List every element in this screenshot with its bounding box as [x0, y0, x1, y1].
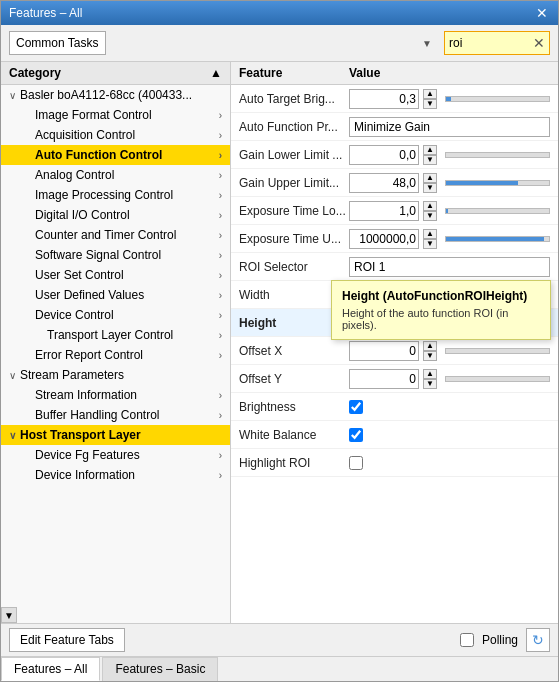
slider-offset-y[interactable] — [445, 376, 550, 382]
category-label: Host Transport Layer — [20, 428, 141, 442]
category-item-counter-timer[interactable]: Counter and Timer Control› — [1, 225, 230, 245]
edit-feature-tabs-button[interactable]: Edit Feature Tabs — [9, 628, 125, 652]
slider-auto-target-brig[interactable] — [445, 96, 550, 102]
category-item-analog[interactable]: Analog Control› — [1, 165, 230, 185]
spinner-down-offset-y[interactable]: ▼ — [423, 379, 437, 389]
feature-name-offset-x: Offset X — [239, 344, 349, 358]
category-label: Basler boA4112-68cc (400433... — [20, 88, 192, 102]
chevron-right-icon: › — [219, 290, 222, 301]
category-item-image-processing[interactable]: Image Processing Control› — [1, 185, 230, 205]
spinner-up-auto-target-brig[interactable]: ▲ — [423, 89, 437, 99]
slider-exposure-time-lo[interactable] — [445, 208, 550, 214]
category-item-user-defined[interactable]: User Defined Values› — [1, 285, 230, 305]
checkbox-white-balance[interactable] — [349, 428, 363, 442]
feature-row-auto-target-brig[interactable]: Auto Target Brig...▲▼ — [231, 85, 558, 113]
tab-features-all[interactable]: Features – All — [1, 657, 100, 681]
spinner-input-exposure-time-lo[interactable] — [349, 201, 419, 221]
category-item-software-signal[interactable]: Software Signal Control› — [1, 245, 230, 265]
spinner-down-gain-lower-limit[interactable]: ▼ — [423, 155, 437, 165]
category-item-auto-function[interactable]: Auto Function Control› — [1, 145, 230, 165]
checkbox-brightness[interactable] — [349, 400, 363, 414]
spinner-up-exposure-time-lo[interactable]: ▲ — [423, 201, 437, 211]
tab-features-basic[interactable]: Features – Basic — [102, 657, 218, 681]
feature-row-auto-function-pr[interactable]: Auto Function Pr...Minimize Gain — [231, 113, 558, 141]
feature-value-area-auto-function-pr: Minimize Gain — [349, 117, 550, 137]
dropdown-wrapper-auto-function-pr: Minimize Gain — [349, 117, 550, 137]
spinner-input-offset-y[interactable] — [349, 369, 419, 389]
category-label: User Defined Values — [35, 288, 144, 302]
spinner-down-offset-x[interactable]: ▼ — [423, 351, 437, 361]
category-item-device-fg[interactable]: Device Fg Features› — [1, 445, 230, 465]
polling-label: Polling — [482, 633, 518, 647]
category-scroll-up[interactable]: ▲ — [210, 66, 222, 80]
feature-name-roi-selector: ROI Selector — [239, 260, 349, 274]
refresh-button[interactable]: ↻ — [526, 628, 550, 652]
slider-gain-lower-limit[interactable] — [445, 152, 550, 158]
spinner-down-exposure-time-u[interactable]: ▼ — [423, 239, 437, 249]
common-tasks-dropdown[interactable]: Common Tasks — [9, 31, 106, 55]
category-item-stream-params[interactable]: ∨Stream Parameters — [1, 365, 230, 385]
feature-value-area-exposure-time-u: ▲▼ — [349, 229, 550, 249]
feature-row-brightness[interactable]: Brightness — [231, 393, 558, 421]
spinner-up-gain-upper-limit[interactable]: ▲ — [423, 173, 437, 183]
spinner-down-auto-target-brig[interactable]: ▼ — [423, 99, 437, 109]
spinner-up-offset-x[interactable]: ▲ — [423, 341, 437, 351]
slider-gain-upper-limit[interactable] — [445, 180, 550, 186]
spinner-down-exposure-time-lo[interactable]: ▼ — [423, 211, 437, 221]
chevron-right-icon: › — [219, 150, 222, 161]
feature-row-gain-lower-limit[interactable]: Gain Lower Limit ...▲▼ — [231, 141, 558, 169]
category-item-transport[interactable]: Transport Layer Control› — [1, 325, 230, 345]
category-item-buffer-handling[interactable]: Buffer Handling Control› — [1, 405, 230, 425]
spinner-up-gain-lower-limit[interactable]: ▲ — [423, 145, 437, 155]
feature-value-area-gain-lower-limit: ▲▼ — [349, 145, 550, 165]
slider-exposure-time-u[interactable] — [445, 236, 550, 242]
category-header: Category ▲ — [1, 62, 230, 85]
slider-offset-x[interactable] — [445, 348, 550, 354]
category-item-device-info[interactable]: Device Information› — [1, 465, 230, 485]
search-clear-icon[interactable]: ✕ — [533, 35, 545, 51]
dropdown-auto-function-pr[interactable]: Minimize Gain — [349, 117, 550, 137]
spinner-up-offset-y[interactable]: ▲ — [423, 369, 437, 379]
category-item-error-report[interactable]: Error Report Control› — [1, 345, 230, 365]
spinner-up-exposure-time-u[interactable]: ▲ — [423, 229, 437, 239]
spinner-input-auto-target-brig[interactable] — [349, 89, 419, 109]
spinner-input-gain-lower-limit[interactable] — [349, 145, 419, 165]
category-item-device[interactable]: Device Control› — [1, 305, 230, 325]
feature-row-roi-selector[interactable]: ROI SelectorROI 1 — [231, 253, 558, 281]
category-item-digital-io[interactable]: Digital I/O Control› — [1, 205, 230, 225]
spinner-down-gain-upper-limit[interactable]: ▼ — [423, 183, 437, 193]
search-wrapper: ✕ — [444, 31, 550, 55]
feature-row-white-balance[interactable]: White Balance — [231, 421, 558, 449]
feature-row-offset-y[interactable]: Offset Y▲▼ — [231, 365, 558, 393]
category-item-user-set[interactable]: User Set Control› — [1, 265, 230, 285]
chevron-right-icon: › — [219, 330, 222, 341]
feature-row-offset-x[interactable]: Offset X▲▼ — [231, 337, 558, 365]
search-input[interactable] — [449, 36, 529, 50]
dropdown-roi-selector[interactable]: ROI 1 — [349, 257, 550, 277]
feature-name-exposure-time-lo: Exposure Time Lo... — [239, 204, 349, 218]
feature-header: Feature Value — [231, 62, 558, 85]
dropdown-arrow-icon: ▼ — [422, 38, 432, 49]
close-button[interactable]: ✕ — [534, 5, 550, 21]
category-label: Stream Information — [35, 388, 137, 402]
category-item-image-format[interactable]: Image Format Control› — [1, 105, 230, 125]
category-item-stream-info[interactable]: Stream Information› — [1, 385, 230, 405]
category-item-basler[interactable]: ∨Basler boA4112-68cc (400433... — [1, 85, 230, 105]
spinner-input-gain-upper-limit[interactable] — [349, 173, 419, 193]
feature-value-area-offset-x: ▲▼ — [349, 341, 550, 361]
feature-row-highlight-roi[interactable]: Highlight ROI — [231, 449, 558, 477]
feature-name-offset-y: Offset Y — [239, 372, 349, 386]
category-item-acquisition[interactable]: Acquisition Control› — [1, 125, 230, 145]
feature-row-exposure-time-u[interactable]: Exposure Time U...▲▼ — [231, 225, 558, 253]
category-label: Analog Control — [35, 168, 114, 182]
feature-row-exposure-time-lo[interactable]: Exposure Time Lo...▲▼ — [231, 197, 558, 225]
feature-name-gain-upper-limit: Gain Upper Limit... — [239, 176, 349, 190]
spinner-input-offset-x[interactable] — [349, 341, 419, 361]
category-scroll-down[interactable]: ▼ — [1, 607, 17, 623]
feature-row-gain-upper-limit[interactable]: Gain Upper Limit...▲▼ — [231, 169, 558, 197]
spinner-input-exposure-time-u[interactable] — [349, 229, 419, 249]
chevron-right-icon: › — [219, 410, 222, 421]
checkbox-highlight-roi[interactable] — [349, 456, 363, 470]
category-item-host-transport[interactable]: ∨Host Transport Layer — [1, 425, 230, 445]
polling-checkbox[interactable] — [460, 633, 474, 647]
